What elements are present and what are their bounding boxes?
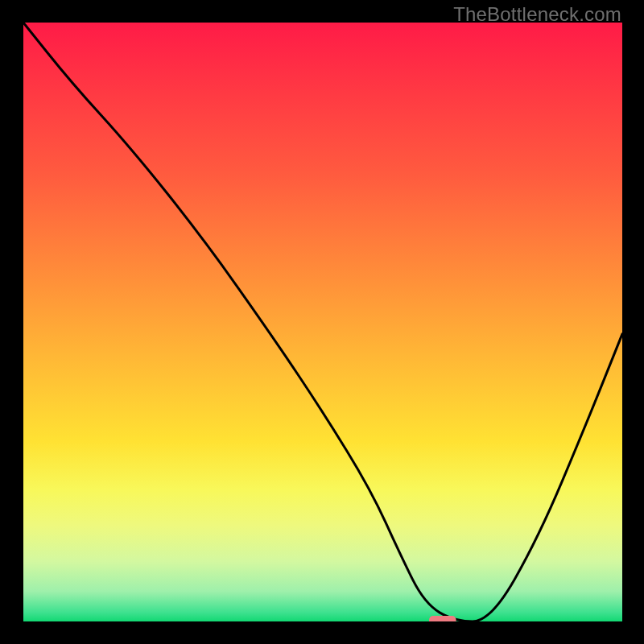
outer-frame: TheBottleneck.com [0, 0, 644, 644]
optimal-marker [429, 616, 456, 621]
chart-svg [23, 23, 622, 621]
chart-plot-area [23, 23, 622, 621]
gradient-background [23, 23, 622, 621]
